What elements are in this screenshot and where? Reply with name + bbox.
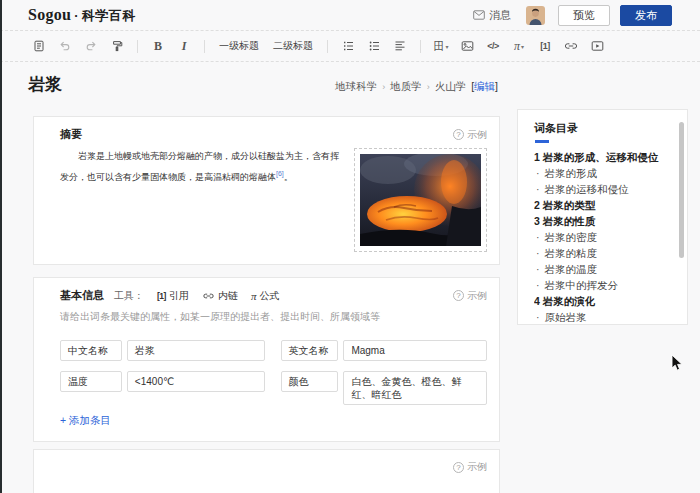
formula-label: 公式 [259, 289, 279, 303]
field-label-input[interactable]: 颜色 [281, 371, 339, 392]
toc-item-label: 4 岩浆的演化 [534, 295, 595, 307]
tool-citation-button[interactable]: [1] 引用 [157, 289, 189, 303]
toc-item[interactable]: ·岩浆的运移和侵位 [534, 181, 677, 197]
section-card[interactable]: ? 示例 [33, 449, 500, 493]
summary-text: 岩浆是上地幔或地壳部分熔融的产物，成分以硅酸盐为主，含有挥发分，也可以含有少量固… [60, 151, 339, 182]
editor-toolbar: B I 一级标题 二级标题 田 ▾ </> π ▾ [1] [0, 31, 700, 62]
toc-item[interactable]: ·岩浆的温度 [534, 261, 677, 277]
page-title: 岩浆 [28, 73, 62, 96]
toc-item[interactable]: 1 岩浆的形成、运移和侵位 [534, 149, 677, 165]
field-label-input[interactable]: 温度 [60, 371, 122, 392]
breadcrumb-item-3[interactable]: 火山学 [435, 80, 467, 94]
toc-scrollbar-thumb[interactable] [679, 122, 684, 258]
toc-item[interactable]: ·岩浆中的挥发分 [534, 277, 677, 293]
toc-list: 1 岩浆的形成、运移和侵位 ·岩浆的形成 ·岩浆的运移和侵位 2 岩浆的类型 3… [534, 149, 677, 325]
insert-link-icon[interactable] [563, 36, 579, 56]
tool-internal-link-button[interactable]: 内链 [202, 289, 238, 303]
toc-heading: 词条目录 [534, 121, 677, 136]
summary-heading: 摘要 [60, 127, 82, 142]
bullet-icon: · [536, 247, 540, 259]
example-label: 示例 [467, 128, 487, 142]
editor-column: 摘要 ? 示例 岩浆是上地幔或地壳部分熔融的产物，成分以硅酸盐为主，含有挥发分，… [33, 116, 500, 493]
toc-item[interactable]: 3 岩浆的性质 [534, 213, 677, 229]
redo-icon[interactable] [83, 36, 99, 56]
reference-superscript[interactable]: [6] [276, 170, 284, 177]
example-label: 示例 [467, 460, 487, 474]
bullet-icon: · [536, 231, 540, 243]
heading2-button[interactable]: 二级标题 [273, 39, 313, 53]
logo-text-en: Sogou [28, 6, 71, 24]
bullet-icon: · [536, 263, 540, 275]
field-value-input[interactable]: Magma [343, 340, 487, 361]
summary-period: 。 [284, 172, 293, 182]
summary-paragraph[interactable]: 岩浆是上地幔或地壳部分熔融的产物，成分以硅酸盐为主，含有挥发分，也可以含有少量固… [60, 148, 346, 252]
breadcrumb: 地球科学 › 地质学 › 火山学 [编辑] [335, 80, 498, 94]
publish-label: 发布 [635, 8, 657, 23]
toc-item-label: 原始岩浆 [545, 311, 587, 323]
toc-item-label: 岩浆的温度 [545, 263, 598, 275]
citation-label: 引用 [169, 289, 189, 303]
summary-image-frame[interactable] [354, 148, 487, 252]
section-example-toggle[interactable]: ? 示例 [453, 460, 487, 474]
infobox-example-toggle[interactable]: ? 示例 [453, 289, 487, 303]
messages-button[interactable]: 消息 [473, 8, 511, 23]
envelope-icon [473, 10, 485, 20]
edit-category-link[interactable]: [编辑] [471, 80, 498, 94]
insert-code-icon[interactable]: </> [485, 36, 501, 56]
main-area: 摘要 ? 示例 岩浆是上地幔或地壳部分熔融的产物，成分以硅酸盐为主，含有挥发分，… [0, 109, 700, 493]
window-edge [0, 0, 2, 493]
ordered-list-icon[interactable] [340, 36, 356, 56]
toolbar-divider [204, 40, 205, 53]
summary-example-toggle[interactable]: ? 示例 [453, 128, 487, 142]
toolbar-divider [420, 40, 421, 53]
header: Sogou · 科学百科 消息 预览 发布 [0, 0, 700, 31]
avatar[interactable] [526, 6, 545, 25]
format-painter-icon[interactable] [109, 36, 125, 56]
infobox-row-1: 中文名称 岩浆 英文名称 Magma [60, 340, 487, 361]
toc-item-label: 岩浆的密度 [545, 231, 598, 243]
breadcrumb-separator: › [427, 82, 430, 92]
question-circle-icon: ? [453, 290, 464, 301]
insert-reference-icon[interactable]: [1] [537, 36, 553, 56]
toc-item-label: 1 岩浆的形成、运移和侵位 [534, 151, 658, 163]
publish-button[interactable]: 发布 [620, 5, 672, 26]
preview-button[interactable]: 预览 [558, 5, 610, 26]
messages-label: 消息 [489, 8, 511, 23]
italic-button[interactable]: I [176, 36, 192, 56]
insert-table-button[interactable]: 田 ▾ [433, 36, 449, 56]
bullet-list-icon[interactable] [366, 36, 382, 56]
field-value-input[interactable]: <1400℃ [127, 371, 265, 392]
toc-item-label: 岩浆的运移和侵位 [545, 183, 629, 195]
undo-icon[interactable] [57, 36, 73, 56]
insert-formula-button[interactable]: π ▾ [511, 36, 527, 56]
insert-media-icon[interactable] [589, 36, 605, 56]
toc-item[interactable]: ·岩浆的形成 [534, 165, 677, 181]
toc-item-label: 2 岩浆的类型 [534, 199, 595, 211]
heading1-button[interactable]: 一级标题 [219, 39, 259, 53]
toc-item[interactable]: ·岩浆的密度 [534, 229, 677, 245]
save-draft-icon[interactable] [31, 36, 47, 56]
edit-label: 编辑 [474, 80, 495, 92]
bold-button[interactable]: B [150, 36, 166, 56]
field-value-input[interactable]: 白色、金黄色、橙色、鲜红、暗红色 [343, 371, 487, 405]
chevron-down-icon: ▾ [445, 43, 448, 50]
bullet-icon: · [536, 311, 540, 323]
tool-formula-button[interactable]: π 公式 [251, 289, 280, 303]
toc-item[interactable]: ·岩浆的粘度 [534, 245, 677, 261]
breadcrumb-item-2[interactable]: 地质学 [390, 80, 422, 94]
field-label-input[interactable]: 英文名称 [281, 340, 339, 361]
infobox-card[interactable]: 基本信息 工具： [1] 引用 内链 π 公式 [33, 277, 500, 442]
toc-item[interactable]: ·原始岩浆 [534, 309, 677, 325]
summary-card[interactable]: 摘要 ? 示例 岩浆是上地幔或地壳部分熔融的产物，成分以硅酸盐为主，含有挥发分，… [33, 116, 500, 265]
add-entry-link[interactable]: + 添加条目 [60, 414, 111, 428]
toc-item[interactable]: 2 岩浆的类型 [534, 197, 677, 213]
insert-image-icon[interactable] [459, 36, 475, 56]
field-label-input[interactable]: 中文名称 [60, 340, 122, 361]
citation-icon: [1] [157, 291, 166, 301]
field-value-input[interactable]: 岩浆 [127, 340, 265, 361]
toc-accent-bar [535, 140, 549, 143]
breadcrumb-item-1[interactable]: 地球科学 [335, 80, 377, 94]
toc-item[interactable]: 4 岩浆的演化 [534, 293, 677, 309]
align-icon[interactable] [392, 36, 408, 56]
example-label: 示例 [467, 289, 487, 303]
